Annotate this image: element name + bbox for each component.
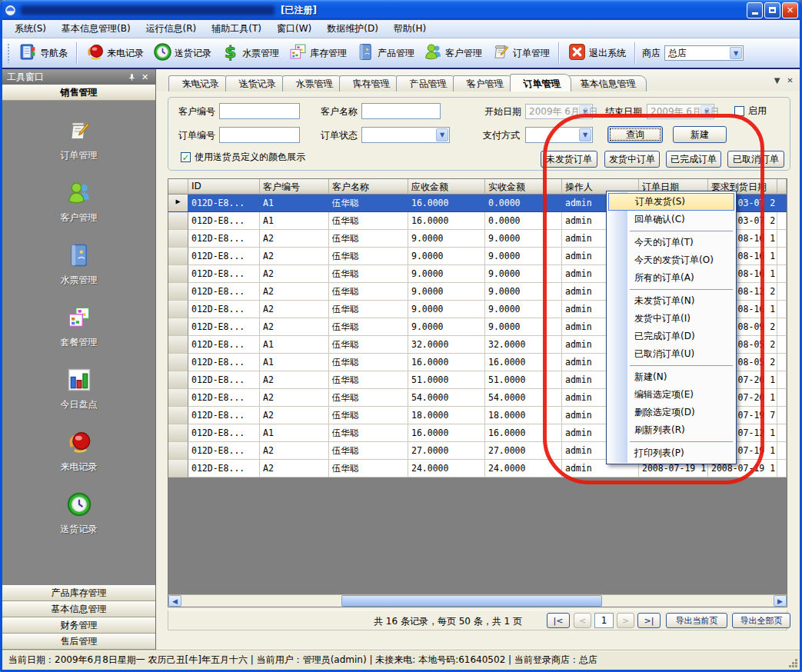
row-indicator[interactable]: ▶ (168, 195, 188, 212)
last-page-button[interactable]: >| (637, 613, 661, 628)
row-indicator[interactable] (168, 460, 188, 477)
delivery-color-checkbox[interactable]: ✓ 使用送货员定义的颜色展示 (181, 151, 305, 164)
row-indicator[interactable] (168, 265, 188, 283)
status-filter-button-2[interactable]: 已完成订单 (666, 151, 721, 168)
horizontal-scrollbar[interactable]: ◀ ▶ (168, 594, 787, 607)
status-filter-button-0[interactable]: 未发货订单 (541, 151, 597, 168)
menu-item-receipt-confirm[interactable]: 回单确认(C) (607, 211, 736, 228)
prev-page-button[interactable]: < (574, 613, 591, 628)
toolbar-button-order[interactable]: 订单管理 (487, 39, 554, 67)
sidebar-item-call-records[interactable]: 来电记录 (61, 429, 98, 474)
sidebar-section-3[interactable]: 售后管理 (2, 634, 155, 650)
menu-item-new[interactable]: 新建(N) (607, 368, 736, 386)
menu-item-shipping-orders[interactable]: 发货中订单(I) (607, 310, 736, 328)
menubar-item-5[interactable]: 数据维护(D) (319, 19, 386, 38)
row-indicator[interactable] (168, 301, 188, 318)
menu-item-cancelled-orders[interactable]: 已取消订单(U) (607, 345, 736, 363)
page-number-input[interactable] (594, 613, 614, 628)
tab-customer[interactable]: 客户管理 (453, 75, 514, 91)
column-header-4[interactable]: 应收金额 (408, 179, 485, 195)
query-button[interactable]: 查询 (607, 126, 663, 143)
scroll-right-icon[interactable]: ▶ (774, 595, 787, 607)
row-indicator[interactable] (168, 318, 188, 336)
toolbar-button-call-records[interactable]: 来电记录 (81, 39, 148, 67)
tab-close-icon[interactable]: ✕ (784, 75, 796, 86)
menubar-item-4[interactable]: 窗口(W) (269, 19, 319, 38)
row-indicator[interactable] (168, 230, 188, 248)
column-header-1[interactable]: ID (188, 179, 260, 195)
enable-date-checkbox[interactable]: 启用 (734, 105, 767, 118)
sidebar-item-package[interactable]: 套餐管理 (61, 304, 98, 349)
toolbar-button-delivery-records[interactable]: 送货记录 (148, 39, 216, 67)
row-indicator[interactable] (168, 407, 188, 424)
row-indicator[interactable] (168, 442, 188, 460)
order-no-input[interactable] (219, 127, 300, 143)
customer-no-input[interactable] (219, 103, 300, 119)
tab-delivery-records[interactable]: 送货记录 (225, 75, 287, 91)
sidebar-item-delivery-records[interactable]: 送货记录 (61, 491, 98, 536)
scroll-left-icon[interactable]: ◀ (168, 595, 181, 607)
export-current-page-button[interactable]: 导出当前页 (666, 613, 727, 628)
close-panel-icon[interactable]: ✕ (139, 72, 151, 83)
minimize-button[interactable] (747, 2, 763, 18)
toolbar-grip[interactable] (7, 43, 11, 63)
pin-icon[interactable] (126, 72, 138, 83)
first-page-button[interactable]: |< (547, 613, 570, 628)
menu-item-today-orders[interactable]: 今天的订单(T) (607, 234, 736, 251)
menubar-item-1[interactable]: 基本信息管理(B) (54, 19, 138, 38)
status-filter-button-1[interactable]: 发货中订单 (604, 151, 660, 168)
toolbar-button-water-ticket[interactable]: $水票管理 (216, 39, 284, 67)
sidebar-item-customer[interactable]: 客户管理 (61, 180, 98, 225)
customer-name-input[interactable] (361, 103, 441, 119)
resize-grip[interactable] (795, 665, 797, 667)
maximize-button[interactable] (764, 2, 780, 18)
tab-basic-info[interactable]: 基本信息管理 (567, 75, 647, 91)
menubar-item-6[interactable]: 帮助(H) (386, 19, 434, 38)
menu-item-completed-orders[interactable]: 已完成订单(D) (607, 328, 736, 345)
sidebar-section-sales[interactable]: 销售管理 (2, 85, 155, 101)
row-indicator[interactable] (168, 389, 188, 407)
sidebar-item-today-check[interactable]: 今日盘点 (61, 367, 98, 411)
row-indicator[interactable] (168, 424, 188, 442)
tab-order[interactable]: 订单管理 (510, 74, 571, 91)
shop-select[interactable]: 总店▼ (664, 45, 744, 61)
toolbar-button-inventory[interactable]: 库存管理 (284, 39, 351, 67)
row-indicator[interactable] (168, 212, 188, 230)
start-date-picker[interactable]: 2009年 6月 8日▼ (525, 104, 593, 119)
menu-item-all-orders[interactable]: 所有的订单(A) (607, 269, 736, 287)
sidebar-section-0[interactable]: 产品库存管理 (2, 585, 155, 601)
sidebar-section-2[interactable]: 财务管理 (2, 617, 155, 634)
tab-call-records[interactable]: 来电记录 (168, 75, 230, 91)
menubar-item-3[interactable]: 辅助工具(T) (204, 19, 269, 38)
sidebar-item-order[interactable]: 订单管理 (61, 118, 98, 162)
column-header-0[interactable] (168, 179, 188, 195)
toolbar-button-product[interactable]: 产品管理 (351, 39, 419, 67)
column-header-2[interactable]: 客户编号 (260, 179, 329, 195)
new-button[interactable]: 新建 (673, 126, 727, 143)
row-indicator[interactable] (168, 336, 188, 354)
row-indicator[interactable] (168, 283, 188, 301)
end-date-picker[interactable]: 2009年 6月 8日▼ (647, 104, 714, 119)
tab-inventory[interactable]: 库存管理 (339, 75, 401, 91)
menu-item-edit-selected[interactable]: 编辑选定项(E) (607, 386, 736, 404)
column-header-5[interactable]: 实收金额 (485, 179, 562, 195)
close-button[interactable]: ✕ (782, 2, 798, 18)
toolbar-button-customer[interactable]: 客户管理 (419, 39, 487, 67)
tab-list-dropdown-icon[interactable]: ▼ (771, 75, 783, 86)
menu-item-delete-selected[interactable]: 删除选定项(D) (607, 404, 736, 421)
toolbar-button-exit[interactable]: 退出系统 (563, 39, 631, 67)
menubar-item-0[interactable]: 系统(S) (7, 19, 54, 38)
toolbar-button-navigation[interactable]: 导航条 (14, 39, 72, 67)
menu-item-today-ship-orders[interactable]: 今天的发货订单(O) (607, 251, 736, 269)
sidebar-item-water-ticket[interactable]: 水票管理 (61, 242, 98, 287)
next-page-button[interactable]: > (617, 613, 634, 628)
column-header-3[interactable]: 客户名称 (329, 179, 408, 195)
pay-method-select[interactable]: ▼ (525, 127, 593, 143)
menu-item-order-ship[interactable]: 订单发货(S) (608, 193, 734, 211)
scrollbar-thumb[interactable] (341, 595, 602, 607)
tab-water-ticket[interactable]: 水票管理 (282, 75, 344, 91)
status-filter-button-3[interactable]: 已取消订单 (727, 151, 784, 168)
row-indicator[interactable] (168, 248, 188, 265)
menu-item-unshipped-orders[interactable]: 未发货订单(N) (607, 292, 736, 310)
tab-product[interactable]: 产品管理 (396, 75, 458, 91)
